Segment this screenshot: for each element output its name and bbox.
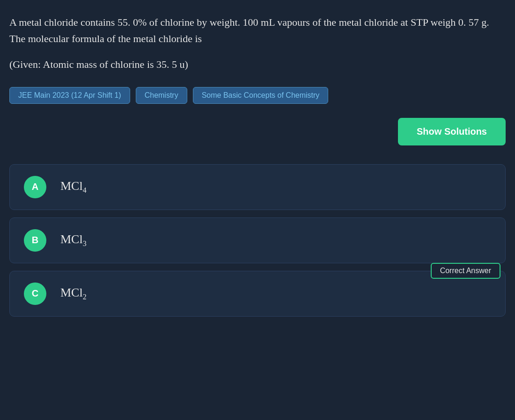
show-solutions-button[interactable]: Show Solutions: [398, 118, 506, 145]
tags-row: JEE Main 2023 (12 Apr Shift 1) Chemistry…: [9, 87, 506, 104]
option-c-card[interactable]: Correct Answer C MCl2: [9, 271, 506, 317]
tag-subject[interactable]: Chemistry: [136, 87, 187, 104]
question-given-text: (Given: Atomic mass of chlorine is 35. 5…: [9, 56, 506, 72]
tag-chapter[interactable]: Some Basic Concepts of Chemistry: [193, 87, 329, 104]
option-b-label: B: [24, 229, 46, 252]
option-a-card[interactable]: A MCl4: [9, 164, 506, 210]
correct-answer-badge: Correct Answer: [431, 263, 500, 279]
option-c-label: C: [24, 282, 46, 305]
question-main-text: A metal chloride contains 55. 0% of chlo…: [9, 14, 506, 47]
option-a-label: A: [24, 176, 46, 198]
options-container: A MCl4 B MCl3 Correct Answer C MCl2: [9, 164, 506, 324]
option-b-formula: MCl3: [60, 232, 87, 248]
option-a-formula: MCl4: [60, 179, 87, 195]
show-solutions-row: Show Solutions: [9, 118, 506, 145]
option-c-formula: MCl2: [60, 286, 87, 301]
option-b-card[interactable]: B MCl3: [9, 217, 506, 263]
question-container: A metal chloride contains 55. 0% of chlo…: [9, 14, 506, 324]
tag-exam[interactable]: JEE Main 2023 (12 Apr Shift 1): [9, 87, 130, 104]
